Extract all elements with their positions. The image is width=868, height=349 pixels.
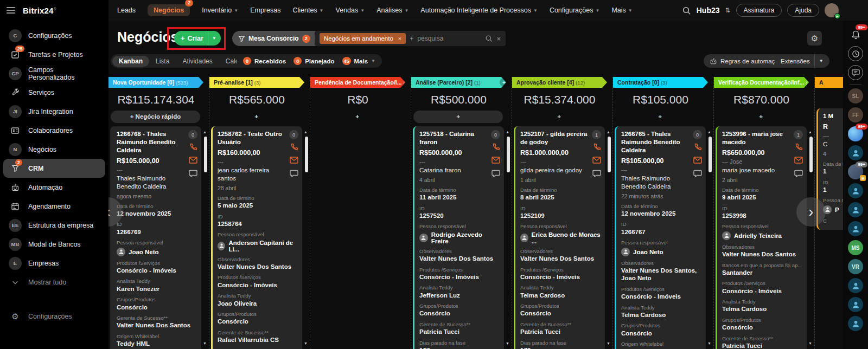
column-scroll-down[interactable]: ▼ [808,341,812,345]
deal-title[interactable]: 1252107 - gilda pereira de godoy [520,130,601,146]
column-scroll-down[interactable]: ▼ [607,341,610,345]
phone-icon[interactable] [189,143,197,151]
column-scroll-up[interactable]: ▲ [304,130,308,134]
column-header[interactable]: Verificação Documentação/Inf...(3) [714,77,809,88]
deal-card[interactable]: 1258762 - Teste Outro Usuário0R$160.000,… [211,126,302,349]
deal-card[interactable]: 1253996 - maria jose macedo1R$650.000,00… [716,126,807,349]
counter-mais[interactable]: 45Mais▼ [342,57,376,65]
phone-icon[interactable] [593,143,601,151]
chat-avatar[interactable]: FF [848,107,863,122]
deal-title[interactable]: 1253996 - maria jose macedo [722,130,802,146]
responsible-person[interactable]: Erica Bueno de Moraes ... [520,231,601,244]
quick-add-button[interactable]: + [212,111,301,123]
quick-add-button[interactable]: + [716,111,806,123]
column-scrollbar[interactable] [608,137,611,172]
sidebar-item-configuracoes[interactable]: CConfigurações [3,26,105,45]
portal-name[interactable]: Hub23 [697,6,720,15]
top-nav-item-mais[interactable]: Mais▼ [611,7,632,14]
sidebar-item-tarefas-e-projetos[interactable]: 25Tarefas e Projetos [3,45,105,64]
column-header[interactable]: Pendência de Documentação/I...(0) [310,77,405,88]
sidebar-item-jira-integration[interactable]: JIJira Integration [3,102,105,121]
contact-person-icon[interactable] [848,278,863,293]
chat-icon[interactable] [189,170,197,178]
tab-lista[interactable]: Lista [149,56,176,67]
quick-add-button[interactable]: + [312,111,402,123]
phone-icon[interactable] [290,143,298,151]
column-header[interactable]: Pré-analise [1](3) [209,77,304,88]
deal-card[interactable]: 1266765 - Thales Raimundo Benedito Calde… [615,126,706,349]
column-scroll-down[interactable]: ▼ [707,341,711,345]
sidebar-item-modal-de-bancos[interactable]: MBModal de Bancos [3,235,105,254]
quick-add-button[interactable]: + [514,111,604,123]
quick-add-button[interactable]: + [413,111,503,123]
group-chat-icon[interactable]: 99+ [848,126,863,141]
search-icon[interactable] [485,35,493,42]
sidebar-item-empresas[interactable]: EEmpresas [3,254,105,273]
top-nav-item-negocios[interactable]: Negócios2 [148,4,190,16]
mail-icon[interactable] [592,156,601,164]
responsible-person[interactable]: Joao Neto [621,248,701,256]
column-scroll-up[interactable]: ▲ [808,130,812,134]
board-settings-button[interactable]: ⚙ [807,31,822,46]
deal-title[interactable]: 1257518 - Catarina fraron [419,130,500,146]
column-scroll-down[interactable]: ▼ [506,341,509,345]
sidebar-item-estrutura-da-empresa[interactable]: EEEstrutura da empresa [3,216,105,235]
switch-portal-icon[interactable]: ⇅ [725,7,731,14]
sidebar-item-servicos[interactable]: Serviços [3,83,105,102]
column-scrollbar[interactable] [709,137,712,172]
column-scrollbar[interactable] [507,137,510,172]
chat-avatar-photo[interactable]: ▣99+ [848,164,863,179]
sidebar-settings[interactable]: ⚙ Configurações [3,308,105,325]
top-nav-item-automacao-inteligente-de-processos[interactable]: Automação Inteligente de Processos▼ [420,7,538,14]
sidebar-item-colaboradores[interactable]: Colaboradores [3,121,105,140]
top-nav-item-analises[interactable]: Análises▼ [376,7,409,14]
column-header[interactable]: Contratação [0](3) [613,77,708,88]
create-dropdown-icon[interactable]: ▼ [208,31,216,46]
help-button[interactable]: Ajuda [787,4,819,17]
top-nav-item-configuracoes[interactable]: Configurações▼ [550,7,600,14]
chat-icon[interactable] [693,170,702,178]
filter-chip[interactable]: Negócios em andamento × [320,33,406,44]
scroll-right-button[interactable]: › [796,197,826,227]
contact-person-icon[interactable] [848,145,863,160]
phone-icon[interactable] [492,143,500,151]
top-nav-item-empresas[interactable]: Empresas [250,7,280,14]
contact-person-icon[interactable] [848,316,863,331]
mail-icon[interactable] [189,156,197,164]
add-stage-icon[interactable]: + [500,78,508,87]
top-nav-item-clientes[interactable]: Clientes▼ [292,7,323,14]
phone-icon[interactable] [795,143,803,151]
chat-icon[interactable] [592,170,601,178]
column-scroll-up[interactable]: ▲ [607,130,610,134]
deal-title[interactable]: 1258762 - Teste Outro Usuário [218,130,298,146]
filter-search-bar[interactable]: Negócios em andamento × + pesquisa × [315,31,506,46]
subscription-button[interactable]: Assinatura [736,4,782,17]
helpdesk-chat-icon[interactable] [848,65,863,80]
user-avatar[interactable]: ▶ [825,3,839,17]
top-nav-item-inventario[interactable]: Inventário▼ [202,7,238,14]
column-scroll-up[interactable]: ▲ [707,130,711,134]
time-tracker-icon[interactable] [848,46,863,61]
phone-icon[interactable] [694,143,702,151]
counter-planejado[interactable]: 0Planejado [293,57,334,65]
column-scroll-up[interactable]: ▲ [203,130,207,134]
quick-add-button[interactable]: + [615,111,705,123]
column-scroll-up[interactable]: ▲ [506,130,509,134]
top-nav-item-leads[interactable]: Leads [117,7,136,14]
mail-icon[interactable] [693,156,702,164]
responsible-person[interactable]: Joao Neto [117,248,197,256]
chat-avatar[interactable]: MS [848,240,863,255]
deal-title[interactable]: 1266765 - Thales Raimundo Benedito Calde… [621,130,701,154]
hamburger-menu-icon[interactable] [7,7,15,14]
chat-avatar[interactable]: SL [848,88,863,104]
mail-icon[interactable] [794,156,803,164]
extensions-button[interactable]: Extensões ▼ [775,54,829,68]
mail-icon[interactable] [492,156,500,164]
column-scroll-down[interactable]: ▼ [203,341,207,345]
column-header[interactable]: Aprovação cliente [4](12) [512,77,607,88]
quick-add-button[interactable]: + Negócio rápido [111,111,200,123]
contact-person-icon[interactable] [848,221,863,236]
app-logo[interactable]: Bitrix24® [23,6,56,15]
sidebar-item-crm[interactable]: 2CRM [3,159,105,178]
column-header[interactable]: Análise (Parceiro) [2](1) [411,77,506,88]
